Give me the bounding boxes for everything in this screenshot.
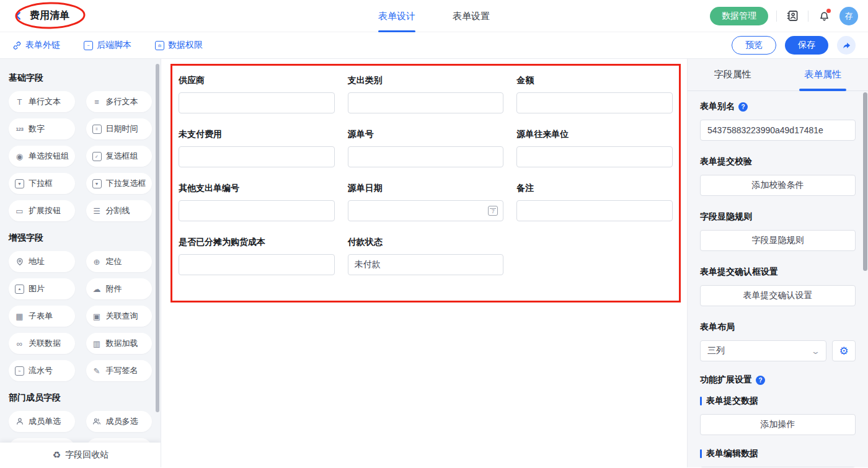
script-icon: ~ [84, 41, 93, 50]
field-item-divider[interactable]: ☰分割线 [86, 200, 153, 221]
source-doc-no-input[interactable] [348, 146, 504, 167]
tab-field-properties[interactable]: 字段属性 [688, 59, 778, 91]
add-validation-button[interactable]: 添加校验条件 [700, 175, 856, 196]
contacts-icon[interactable] [785, 9, 800, 24]
field-item-single-text[interactable]: T单行文本 [9, 91, 75, 112]
field-item-attachment[interactable]: ☁附件 [86, 278, 153, 299]
notification-badge [826, 9, 831, 13]
edit-data-subheading: 表单编辑数据 [700, 448, 856, 459]
form-field[interactable]: 金额 [516, 75, 673, 113]
form-field[interactable]: 是否已分摊为购货成本 [179, 237, 335, 275]
remark-input[interactable] [516, 200, 673, 221]
field-item-multi-select[interactable]: ▼下拉复选框 [86, 173, 153, 194]
help-icon[interactable]: ? [738, 102, 748, 112]
field-item-member-single[interactable]: 成员单选 [9, 411, 75, 432]
submit-data-add-action-button[interactable]: 添加操作 [700, 414, 856, 435]
page-title: 费用清单 [30, 9, 69, 22]
divider [776, 11, 777, 22]
edit-data-add-action-button[interactable]: 添加操作 [700, 467, 856, 467]
amount-input[interactable] [516, 92, 673, 113]
data-manage-button[interactable]: 数据管理 [710, 7, 768, 25]
field-item-multiline-text[interactable]: ≡多行文本 [86, 91, 153, 112]
bar-chart-icon: ▥ [92, 339, 102, 348]
allocated-cost-input[interactable] [179, 254, 335, 275]
field-item-address[interactable]: 地址 [9, 251, 75, 272]
form-field[interactable]: 供应商 [179, 75, 335, 113]
field-visibility-button[interactable]: 字段显隐规则 [700, 230, 856, 251]
form-alias-input[interactable] [700, 120, 856, 141]
checkbox-icon: ✓ [92, 152, 102, 161]
form-field[interactable]: 备注 [516, 183, 673, 221]
preview-button[interactable]: 预览 [732, 36, 776, 55]
field-item-linked-query[interactable]: ▣关联查询 [86, 306, 153, 327]
expense-category-input[interactable] [348, 92, 504, 113]
text-icon: T [14, 97, 25, 107]
form-field[interactable]: 其他支出单编号 [179, 183, 335, 221]
layout-settings-button[interactable]: ⚙ [832, 340, 856, 361]
calendar-icon[interactable]: 7 [488, 206, 498, 216]
payment-status-input[interactable] [348, 254, 504, 275]
pill-button-icon: ▭ [14, 206, 25, 216]
field-item-datetime[interactable]: ≡日期时间 [86, 118, 153, 139]
field-item-subform[interactable]: ▦子表单 [9, 306, 75, 327]
unpaid-expense-input[interactable] [179, 146, 335, 167]
multiline-text-icon: ≡ [92, 97, 102, 107]
field-item-linked-data[interactable]: ∞关联数据 [9, 333, 75, 354]
other-expense-no-input[interactable] [179, 200, 335, 221]
source-partner-input[interactable] [516, 146, 673, 167]
form-field[interactable]: 源单号 [348, 129, 504, 167]
notification-bell-icon[interactable] [817, 9, 831, 24]
serial-icon: ≈ [14, 366, 25, 376]
field-item-geolocation[interactable]: ⊕定位 [86, 251, 153, 272]
tab-form-properties[interactable]: 表单属性 [778, 59, 868, 91]
field-item-signature[interactable]: ✎手写签名 [86, 360, 153, 381]
layout-select[interactable]: 三列 ⌄ [700, 340, 826, 361]
field-item-checkbox-group[interactable]: ✓复选框组 [86, 146, 153, 167]
form-field[interactable]: 未支付费用 [179, 129, 335, 167]
source-date-input[interactable] [348, 200, 504, 221]
panel-scrollbar[interactable] [863, 92, 867, 271]
sidebar-scrollbar[interactable] [156, 64, 159, 412]
field-item-member-multi[interactable]: 成员多选 [86, 411, 153, 432]
form-design-canvas[interactable]: 供应商 支出类别 金额 未支付费用 源单号 源单往来单位 [161, 59, 687, 467]
supplier-input[interactable] [179, 92, 335, 113]
divider-lines-icon: ☰ [92, 206, 102, 216]
field-item-number[interactable]: 123数字 [9, 118, 75, 139]
back-icon[interactable] [10, 8, 26, 24]
form-field[interactable]: 源单日期 7 [348, 183, 504, 221]
section-title-basic-fields: 基础字段 [9, 73, 152, 84]
multi-dropdown-icon: ▼ [92, 179, 102, 188]
data-permission-link[interactable]: ılı 数据权限 [155, 40, 203, 51]
field-item-select[interactable]: ▼下拉框 [9, 173, 75, 194]
field-item-serial-number[interactable]: ≈流水号 [9, 360, 75, 381]
tab-form-design[interactable]: 表单设计 [378, 0, 415, 32]
field-item-extend-button[interactable]: ▭扩展按钮 [9, 200, 75, 221]
top-header: 费用清单 表单设计 表单设置 数据管理 存 [0, 0, 868, 32]
form-field[interactable]: 源单往来单位 [516, 129, 673, 167]
section-title-enhanced-fields: 增强字段 [9, 232, 152, 244]
field-item-radio-group[interactable]: ◉单选按钮组 [9, 146, 75, 167]
form-field[interactable]: 支出类别 [348, 75, 504, 113]
image-icon: ▲ [14, 285, 25, 294]
form-external-link[interactable]: 表单外链 [12, 40, 60, 51]
field-item-image[interactable]: ▲图片 [9, 278, 75, 299]
submit-confirm-button[interactable]: 表单提交确认设置 [700, 285, 856, 306]
tab-form-settings[interactable]: 表单设置 [453, 0, 490, 32]
avatar[interactable]: 存 [839, 7, 858, 25]
submit-data-subheading: 表单提交数据 [700, 395, 856, 407]
backend-script-link[interactable]: ~ 后端脚本 [84, 40, 131, 51]
field-recycle-bin[interactable]: ♻ 字段回收站 [0, 443, 161, 467]
panel-tabs: 字段属性 表单属性 [688, 59, 868, 91]
dropdown-icon: ▼ [14, 179, 25, 188]
form-toolbar: 表单外链 ~ 后端脚本 ılı 数据权限 预览 保存 [0, 32, 868, 59]
help-icon[interactable]: ? [756, 376, 765, 385]
cloud-upload-icon: ☁ [92, 285, 102, 294]
field-item-data-loading[interactable]: ▥数据加载 [86, 333, 153, 354]
chevron-down-icon: ⌄ [811, 347, 820, 356]
subform-icon: ▦ [14, 312, 25, 321]
permission-icon: ılı [155, 41, 164, 50]
form-field[interactable]: 付款状态 [348, 237, 504, 275]
link-icon [12, 41, 22, 50]
save-button[interactable]: 保存 [785, 36, 828, 55]
share-button[interactable] [837, 36, 856, 55]
